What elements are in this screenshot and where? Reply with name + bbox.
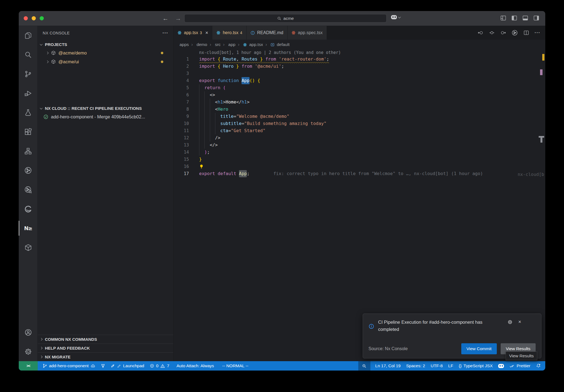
encoding-status[interactable]: UTF-8 — [428, 361, 446, 371]
tab-readme-md[interactable]: README.md — [246, 26, 287, 40]
account-icon — [24, 328, 32, 336]
activity-bar: N≥ — [19, 26, 38, 361]
line-number: 13 — [173, 141, 189, 149]
run-debug-tab[interactable] — [19, 84, 37, 103]
code-line[interactable]: 10 subtitle="Build something amazing tod… — [173, 120, 545, 127]
pipeline-execution-item[interactable]: add-hero-component - Merge 409b44e5cb02.… — [38, 112, 173, 121]
explorer-tab[interactable] — [19, 26, 37, 45]
notification-settings-button[interactable] — [507, 319, 513, 325]
search-tab[interactable] — [19, 45, 37, 64]
eol-status[interactable]: LF — [446, 361, 456, 371]
problems-status[interactable]: 0 7 — [147, 361, 172, 371]
code-line[interactable]: 9 title="Welcome @acme/demo" — [173, 113, 545, 120]
run-ci-icon[interactable] — [511, 29, 518, 36]
navigate-back-icon[interactable] — [478, 30, 484, 36]
notification-close-button[interactable]: × — [518, 319, 521, 324]
launchpad-status[interactable]: Launchpad — [108, 361, 147, 371]
toggle-secondary-sidebar-button[interactable] — [533, 15, 539, 21]
breadcrumb-item[interactable]: demo — [197, 42, 207, 47]
tab-hero-tsx[interactable]: hero.tsx 4 — [212, 26, 246, 40]
testing-tab[interactable] — [19, 103, 37, 122]
chevron-right-icon — [40, 356, 42, 358]
code-line[interactable]: 3 — [173, 70, 545, 77]
section-nx-migrate[interactable]: NX MIGRATE — [38, 352, 173, 361]
tab-app-spec-tsx[interactable]: app.spec.tsx — [288, 26, 327, 40]
code-line[interactable]: 2import { Hero } from '@acme/ui'; — [173, 63, 545, 70]
section-common-nx-commands[interactable]: COMMON NX COMMANDS — [38, 335, 173, 344]
code-line[interactable]: 5 return ( — [173, 84, 545, 91]
section-help-and-feedback[interactable]: HELP AND FEEDBACK — [38, 344, 173, 352]
nx-console-sidebar: NX CONSOLE ··· PROJECTS @acme/demo — [38, 26, 173, 361]
settings-button[interactable] — [19, 342, 37, 361]
navigate-forward-icon[interactable] — [500, 30, 506, 36]
cursor-position-status[interactable]: Ln 17, Col 19 — [373, 361, 403, 371]
package-tab[interactable] — [19, 238, 37, 257]
code-line[interactable]: 17export default App;fix: correct typo i… — [173, 170, 545, 177]
command-center-search[interactable]: acme — [184, 14, 387, 23]
breadcrumb-item[interactable]: src — [215, 42, 221, 47]
more-actions-button[interactable]: ··· — [162, 30, 168, 36]
vim-mode-status[interactable]: -- NORMAL -- — [219, 361, 251, 371]
current-position-icon[interactable] — [489, 30, 495, 36]
source-control-tab[interactable] — [19, 64, 37, 84]
breadcrumb-separator — [223, 42, 226, 47]
breadcrumb-item[interactable]: apps — [180, 42, 189, 47]
split-editor-icon[interactable] — [523, 30, 529, 36]
project-item-acme-ui[interactable]: @acme/ui — [38, 57, 173, 66]
lightbulb-icon[interactable] — [199, 164, 204, 169]
nx-projects-tab[interactable] — [19, 141, 37, 161]
code-line[interactable]: 12 /> — [173, 134, 545, 141]
extensions-tab[interactable] — [19, 122, 37, 141]
code-line[interactable]: 11 cta="Get Started" — [173, 127, 545, 134]
code-line[interactable]: 15} — [173, 156, 545, 163]
graph-search-tab[interactable] — [19, 180, 37, 199]
copilot-menu[interactable] — [391, 15, 401, 19]
remote-indicator[interactable]: >< — [19, 361, 38, 371]
code-line[interactable]: 13 </> — [173, 141, 545, 149]
nx-cloud-section-header[interactable]: NX CLOUD :: RECENT CI PIPELINE EXECUTION… — [38, 104, 173, 112]
code-line[interactable]: 7 <h1>Home</h1> — [173, 99, 545, 106]
nx-cloud-status[interactable] — [98, 361, 108, 371]
history-back-button[interactable]: ← — [162, 15, 169, 22]
nx-console-tab[interactable]: N≥ — [19, 219, 37, 238]
zoom-indicator[interactable] — [358, 361, 370, 371]
history-forward-button[interactable]: → — [175, 15, 181, 22]
graph-circle-tab[interactable] — [19, 161, 37, 180]
edge-blame-text: nx-cloud[b — [518, 171, 544, 178]
toggle-primary-sidebar-button[interactable] — [511, 15, 517, 21]
view-commit-button[interactable]: View Commit — [461, 343, 497, 354]
project-item-acme-demo[interactable]: @acme/demo — [38, 48, 173, 57]
language-status[interactable]: {} TypeScript JSX — [456, 361, 495, 371]
code-line[interactable]: 1import { Route, Routes } from 'react-ro… — [173, 56, 545, 63]
line-number: 8 — [173, 106, 189, 113]
zoom-window-button[interactable] — [40, 16, 44, 20]
more-editor-actions-button[interactable]: ··· — [535, 30, 540, 36]
accounts-button[interactable] — [19, 323, 37, 342]
nx-logo-icon: N≥ — [24, 225, 32, 231]
tab-app-tsx[interactable]: app.tsx 3 × — [173, 26, 212, 40]
edge-browser-icon — [24, 205, 32, 213]
files-icon — [24, 32, 32, 39]
edge-tools-tab[interactable] — [19, 199, 37, 219]
code-line[interactable]: 14 ); — [173, 149, 545, 156]
formatter-status[interactable]: Prettier — [507, 361, 533, 371]
breadcrumb-item[interactable]: default — [277, 42, 290, 47]
code-line[interactable]: 16 — [173, 163, 545, 170]
code-line[interactable]: 8 <Hero — [173, 106, 545, 113]
close-window-button[interactable] — [24, 16, 28, 20]
projects-section-header[interactable]: PROJECTS — [38, 40, 173, 48]
breadcrumb-item[interactable]: app — [228, 42, 235, 47]
notifications-bell[interactable] — [533, 361, 545, 371]
minimize-window-button[interactable] — [32, 16, 36, 20]
copilot-status[interactable] — [495, 361, 507, 371]
customize-layout-button[interactable] — [500, 15, 506, 21]
toggle-panel-button[interactable] — [522, 15, 528, 21]
breadcrumb-item[interactable]: app.tsx — [249, 42, 263, 47]
indentation-status[interactable]: Spaces: 2 — [403, 361, 428, 371]
code-line[interactable]: 4export function App() { — [173, 77, 545, 84]
git-branch-status[interactable]: add-hero-component — [40, 361, 98, 371]
auto-attach-status[interactable]: Auto Attach: Always — [174, 361, 217, 371]
warnings-icon — [160, 364, 165, 368]
code-line[interactable]: 6 <> — [173, 91, 545, 99]
close-tab-button[interactable]: × — [205, 30, 208, 35]
